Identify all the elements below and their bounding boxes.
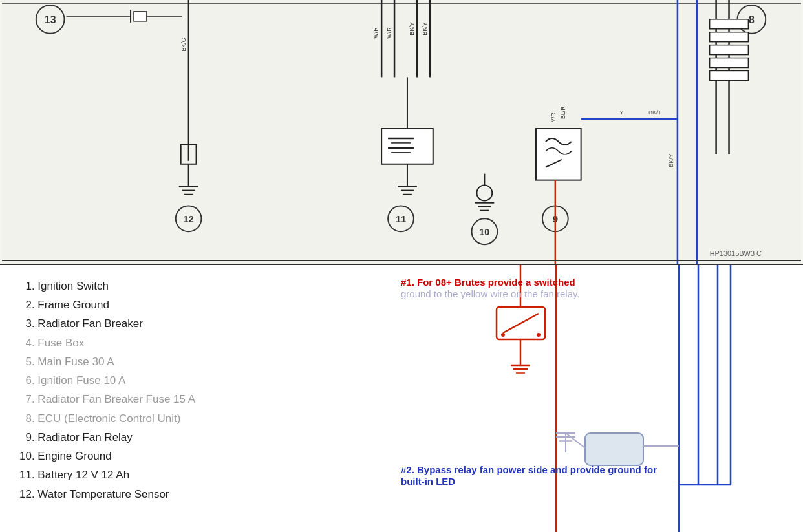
legend-column: 1. Ignition Switch 2. Frame Ground 3. Ra…	[0, 265, 401, 532]
annotation-2: #2. Bypass relay fan power side and prov…	[401, 464, 672, 487]
svg-text:BK/Y: BK/Y	[668, 154, 674, 167]
legend-label: Engine Ground	[37, 450, 111, 462]
svg-text:W/R: W/R	[386, 27, 392, 39]
svg-point-79	[537, 333, 541, 337]
svg-text:12: 12	[183, 213, 194, 224]
legend-label: Radiator Fan Relay	[37, 431, 132, 443]
legend-number: 3.	[19, 317, 37, 330]
legend-number: 4.	[19, 337, 37, 349]
svg-text:BL/R: BL/R	[560, 106, 566, 119]
svg-point-78	[501, 333, 505, 337]
svg-rect-61	[710, 32, 749, 42]
legend-item-10: 10. Engine Ground	[19, 447, 381, 465]
legend-number: 1.	[19, 280, 37, 292]
legend-number: 5.	[19, 356, 37, 368]
legend-number: 9.	[19, 431, 37, 443]
legend-label: Radiator Fan Breaker	[37, 317, 143, 330]
legend-item-2: 2. Frame Ground	[19, 295, 381, 314]
legend-item-5: 5. Main Fuse 30 A	[19, 352, 381, 371]
legend-label: Battery 12 V 12 Ah	[37, 469, 129, 481]
svg-text:11: 11	[396, 213, 407, 224]
legend-item-6: 6. Ignition Fuse 10 A	[19, 371, 381, 390]
legend-label: ECU (Electronic Control Unit)	[37, 412, 180, 425]
bottom-section: 1. Ignition Switch 2. Frame Ground 3. Ra…	[0, 265, 803, 532]
annotation-column: #1. For 08+ Brutes provide a switched gr…	[401, 265, 803, 532]
svg-text:W/R: W/R	[372, 27, 379, 39]
svg-text:13: 13	[45, 14, 56, 25]
annotation-2-label: #2. Bypass relay fan power side and prov…	[401, 464, 657, 487]
legend-item-11: 11. Battery 12 V 12 Ah	[19, 465, 381, 484]
svg-rect-30	[381, 129, 433, 164]
svg-rect-60	[710, 19, 749, 29]
legend-label: Ignition Switch	[37, 280, 109, 292]
legend-item-9: 9. Radiator Fan Relay	[19, 428, 381, 447]
svg-text:BK/Y: BK/Y	[422, 22, 428, 35]
legend-number: 8.	[19, 412, 37, 425]
legend-item-12: 12. Water Temperature Sensor	[19, 485, 381, 504]
legend-label: Frame Ground	[37, 299, 109, 311]
svg-text:BK/Y: BK/Y	[409, 22, 415, 35]
legend-number: 10.	[19, 450, 37, 462]
legend-label: Ignition Fuse 10 A	[37, 374, 125, 387]
legend-item-7: 7. Radiator Fan Breaker Fuse 15 A	[19, 390, 381, 409]
legend-item-3: 3. Radiator Fan Breaker	[19, 314, 381, 333]
svg-rect-62	[710, 45, 749, 55]
svg-rect-89	[585, 433, 643, 465]
legend-number: 6.	[19, 374, 37, 387]
svg-text:HP13015BW3  C: HP13015BW3 C	[710, 250, 762, 257]
legend-item-8: 8. ECU (Electronic Control Unit)	[19, 409, 381, 428]
legend-number: 11.	[19, 469, 37, 481]
legend-item-1: 1. Ignition Switch	[19, 277, 381, 295]
svg-text:8: 8	[749, 14, 755, 25]
svg-text:BK/G: BK/G	[180, 37, 187, 51]
svg-rect-63	[710, 58, 749, 68]
legend-number: 7.	[19, 393, 37, 405]
svg-text:Y/R: Y/R	[550, 112, 557, 122]
annotation-1-label: #1. For 08+ Brutes provide a switched	[401, 277, 575, 288]
legend-number: 2.	[19, 299, 37, 311]
legend-item-4: 4. Fuse Box	[19, 334, 381, 352]
legend-label: Radiator Fan Breaker Fuse 15 A	[37, 393, 195, 405]
svg-text:10: 10	[480, 227, 490, 237]
legend-number: 12.	[19, 488, 37, 500]
annotation-1-faded: ground to the yellow wire on the fan rel…	[401, 288, 580, 299]
svg-text:BK/T: BK/T	[648, 109, 661, 116]
svg-rect-67	[134, 12, 147, 21]
svg-rect-48	[536, 129, 581, 180]
legend-label: Fuse Box	[37, 337, 84, 349]
wiring-diagram: 13 8 HP13015BW3 C W/R W/R BK/Y BK/Y BK/G	[0, 0, 803, 265]
legend-label: Main Fuse 30 A	[37, 356, 114, 368]
annotation-1: #1. For 08+ Brutes provide a switched gr…	[401, 277, 672, 300]
svg-rect-64	[710, 70, 749, 80]
legend-label: Water Temperature Sensor	[37, 488, 169, 500]
svg-line-77	[503, 314, 539, 333]
svg-text:Y: Y	[619, 109, 624, 116]
